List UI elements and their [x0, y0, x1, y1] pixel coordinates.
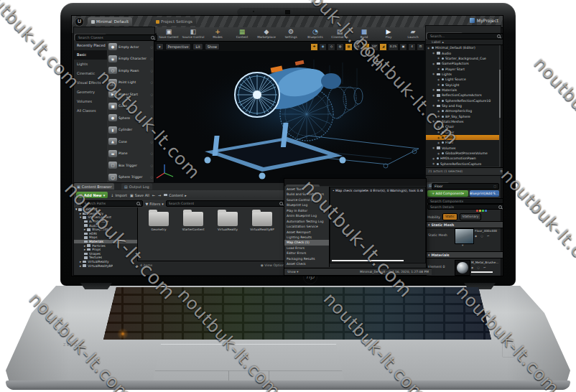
placeable-empty-character[interactable]: ◉Empty Character○ — [107, 53, 154, 65]
camera-speed-icon[interactable]: ▣ — [399, 43, 407, 51]
visibility-eye-icon[interactable]: ◉ — [432, 104, 435, 107]
visibility-eye-icon[interactable]: ◉ — [432, 62, 435, 65]
play-button[interactable]: ▶Play — [376, 27, 401, 42]
visibility-eye-icon[interactable]: ◉ — [432, 146, 435, 149]
launch-button[interactable]: ▰Launch — [401, 27, 425, 42]
outliner-row[interactable]: ◉SkyLight — [426, 82, 501, 87]
content-button[interactable]: ▦Content — [230, 27, 254, 42]
outliner-row[interactable]: ◉SphereReflectionCapture10 — [426, 98, 501, 103]
save-all-button[interactable]: ▣Save All — [130, 193, 149, 197]
outliner-row[interactable]: ◉Starter_Background_Cue — [426, 56, 501, 61]
outliner-settings-icon[interactable]: ⚙ — [500, 169, 503, 173]
show-flags-button[interactable]: Show — [205, 43, 220, 50]
category-lights[interactable]: Lights — [74, 60, 107, 69]
tab-project-settings[interactable]: Project Settings — [152, 17, 196, 26]
outliner-row[interactable]: ◉StaticMeshes — [426, 119, 501, 124]
placeable-cylinder[interactable]: ▮Cylinder○ — [107, 124, 154, 136]
outliner-row[interactable]: ◉Volumes — [426, 146, 501, 151]
viewport-options-button[interactable]: ▾ — [156, 43, 164, 50]
category-all-classes[interactable]: All Classes — [74, 106, 107, 116]
import-button[interactable]: ↓Import — [111, 193, 127, 197]
log-category[interactable]: Lighting Results — [284, 235, 329, 240]
output-log-tab[interactable]: ▤ Output Log — [121, 183, 152, 190]
blueprint-add-script-button[interactable]: Blueprint/Add Script — [470, 190, 499, 197]
outliner-column-header[interactable]: Label▴ — [426, 39, 503, 45]
blueprints-button[interactable]: ◔Blueprints — [303, 27, 328, 42]
log-category[interactable]: Automation Testing Log — [284, 219, 329, 224]
place-actors-search-input[interactable]: Search Classes — [75, 34, 157, 41]
category-geometry[interactable]: Geometry — [74, 88, 107, 97]
log-category[interactable]: Source Control (6) — [284, 197, 329, 202]
visibility-eye-icon[interactable]: ◉ — [432, 52, 435, 55]
placeable-player-start[interactable]: ▶Player Start○ — [107, 88, 154, 101]
filters-button[interactable]: ▼Filters▾ — [145, 202, 163, 206]
tab-minimal-default[interactable]: Minimal_Default — [88, 17, 132, 26]
show-filter-dropdown[interactable]: Show ▾ — [287, 270, 298, 274]
mobility-stationary-button[interactable]: Stationary — [460, 213, 482, 220]
breadcrumb[interactable]: Content▸ — [164, 193, 186, 197]
outliner-row[interactable]: ◉ReflectionCaptureActors — [426, 93, 501, 98]
scale-tool-icon[interactable]: ◇ — [328, 43, 335, 51]
asset-action-icons[interactable]: ◆ ○ ↩ — [475, 234, 491, 238]
expand-arrow-icon[interactable]: ▾ — [462, 243, 463, 247]
visibility-eye-icon[interactable]: ◉ — [432, 157, 435, 160]
placeable-sphere[interactable]: ●Sphere○ — [107, 112, 154, 124]
placeable-empty-pawn[interactable]: ○Empty Pawn○ — [107, 65, 154, 77]
log-category[interactable]: Editor Errors — [284, 251, 329, 256]
add-new-button[interactable]: ▣Add New▾ — [76, 192, 108, 198]
visibility-eye-icon[interactable]: ◉ — [437, 83, 440, 86]
log-category[interactable]: Asset Tools — [284, 187, 329, 192]
grid-snap-icon[interactable]: ▦ — [345, 43, 353, 51]
search-details-input[interactable]: Search Details — [427, 204, 503, 210]
forward-button[interactable]: → — [158, 193, 161, 197]
outliner-row[interactable]: ◉AtmosphericFog — [426, 108, 501, 113]
placeable-point-light[interactable]: ◆Point Light○ — [107, 77, 154, 89]
placeable-cone[interactable]: ▲Cone○ — [107, 136, 154, 148]
visibility-eye-icon[interactable]: ◉ — [437, 67, 440, 70]
search-assets-input[interactable]: Search Content — [166, 200, 286, 207]
scale-snap-value[interactable]: 0.25 — [388, 43, 399, 51]
placeable-cube[interactable]: ■Cube○ — [107, 101, 154, 113]
placeable-plane[interactable]: ▬Plane○ — [107, 148, 154, 160]
placeable-sphere-trigger[interactable]: ◯Sphere Trigger○ — [107, 172, 154, 184]
visibility-eye-icon[interactable]: ◉ — [432, 94, 435, 97]
outliner-row[interactable]: ◉Chair — [426, 130, 501, 135]
lock-icon[interactable]: ◻ — [493, 185, 496, 188]
outliner-row[interactable]: ◉Minimal_Default (Editor) — [426, 45, 501, 50]
scale-snap-icon[interactable]: ◢ — [379, 43, 387, 51]
category-visual-effects[interactable]: Visual Effects — [74, 78, 107, 88]
log-category[interactable]: Localization Service — [284, 224, 329, 229]
visibility-eye-icon[interactable]: ◉ — [437, 99, 440, 102]
outliner-row[interactable]: ◉GamePlayActors — [426, 61, 501, 66]
outliner-row[interactable]: ◉GlobalPostProcessVolume — [426, 151, 501, 156]
settings-button[interactable]: ⚙Settings — [279, 27, 303, 42]
camera-speed-value[interactable]: 4 — [408, 43, 416, 51]
visibility-eye-icon[interactable]: ◉ — [437, 126, 440, 129]
log-category[interactable]: Asset Check — [284, 261, 329, 266]
content-browser-tab[interactable]: ▣ Content Browser — [74, 183, 114, 190]
actor-name-field[interactable]: Floor ◻ — [432, 183, 499, 190]
outliner-row[interactable]: ◉Sky and Fog — [426, 103, 501, 108]
placeable-box-trigger[interactable]: □Box Trigger○ — [107, 159, 154, 172]
log-category[interactable]: Asset Reimport — [284, 230, 329, 235]
visibility-eye-icon[interactable]: ◉ — [437, 78, 440, 81]
material-thumbnail[interactable] — [455, 260, 470, 276]
visibility-eye-icon[interactable]: ◉ — [432, 73, 435, 75]
static-mesh-section-header[interactable]: ▾ Static Mesh — [426, 221, 503, 228]
outliner-row[interactable]: ◉Light Source — [426, 77, 501, 82]
outliner-search-input[interactable]: Search... — [427, 33, 503, 39]
cinematics-button[interactable]: ▤Cinematics — [328, 27, 352, 42]
message-log-title-bar[interactable]: ▤ Message Log — [284, 179, 426, 186]
log-category[interactable]: Anim Blueprint Log — [284, 213, 329, 218]
visibility-eye-icon[interactable]: ◉ — [432, 162, 435, 165]
visibility-eye-icon[interactable]: ◉ — [437, 57, 440, 60]
outliner-row[interactable]: ◉SphereReflectionCapture — [426, 162, 501, 167]
outliner-row[interactable]: ◉Materials — [426, 88, 501, 93]
world-coordinate-icon[interactable]: ◍ — [336, 43, 344, 51]
rotate-tool-icon[interactable]: ◉ — [319, 43, 327, 51]
outliner-row[interactable]: ◉Chair — [426, 124, 501, 129]
maximize-viewport-icon[interactable]: ⊡ — [417, 43, 424, 51]
sources-toggle-icon[interactable]: ☰ — [76, 202, 79, 206]
visibility-eye-icon[interactable]: ◉ — [437, 110, 440, 113]
search-components-input[interactable]: Search Components — [427, 198, 503, 204]
